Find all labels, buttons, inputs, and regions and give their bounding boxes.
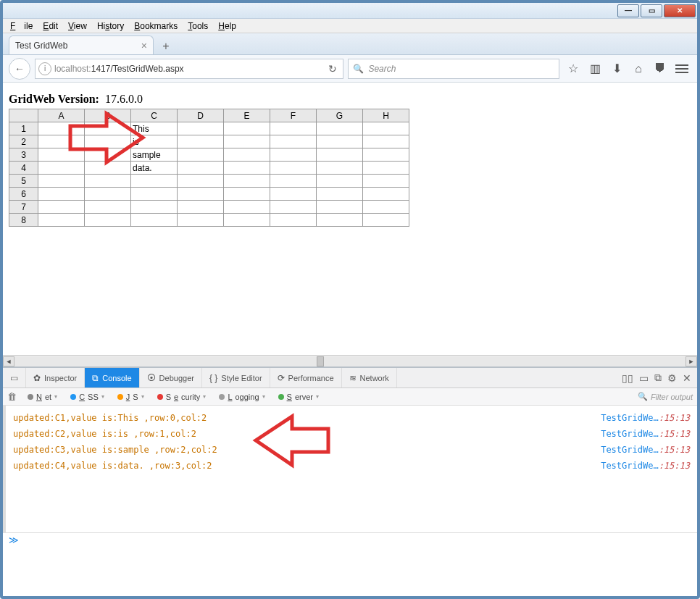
new-tab-button[interactable]: +: [157, 38, 175, 54]
cell-H2[interactable]: [363, 135, 409, 148]
row-header-6[interactable]: 6: [9, 188, 38, 201]
cell-A4[interactable]: [38, 162, 85, 175]
devtools-popout-icon[interactable]: ⧉: [654, 372, 662, 384]
filter-js[interactable]: JS▾: [112, 390, 149, 403]
cell-E8[interactable]: [224, 214, 270, 227]
cell-A2[interactable]: [38, 135, 85, 148]
col-header-F[interactable]: F: [270, 109, 317, 122]
back-button[interactable]: ←: [9, 58, 30, 80]
search-bar[interactable]: 🔍 Search: [348, 59, 559, 79]
cell-C1[interactable]: This: [131, 122, 178, 135]
cell-D7[interactable]: [178, 201, 224, 214]
menu-history[interactable]: History: [93, 20, 128, 33]
devtools-settings-icon[interactable]: ⚙: [667, 372, 677, 384]
cell-D5[interactable]: [178, 175, 224, 188]
cell-F2[interactable]: [270, 135, 317, 148]
col-header-G[interactable]: G: [317, 109, 363, 122]
col-header-H[interactable]: H: [363, 109, 409, 122]
col-header-A[interactable]: A: [38, 109, 85, 122]
downloads-icon[interactable]: ⬇: [610, 62, 623, 75]
col-header-B[interactable]: B: [85, 109, 131, 122]
row-header-1[interactable]: 1: [9, 122, 38, 135]
cell-A3[interactable]: [38, 148, 85, 162]
cell-B3[interactable]: [85, 148, 131, 162]
cell-F4[interactable]: [270, 162, 317, 175]
cell-D2[interactable]: [178, 135, 224, 148]
tab-network[interactable]: ≋Network: [342, 368, 397, 388]
col-header-D[interactable]: D: [178, 109, 224, 122]
cell-G6[interactable]: [317, 188, 363, 201]
menu-tools[interactable]: Tools: [183, 20, 212, 33]
cell-H5[interactable]: [363, 175, 409, 188]
cell-E1[interactable]: [224, 122, 270, 135]
cell-H4[interactable]: [363, 162, 409, 175]
window-maximize-button[interactable]: ▭: [641, 4, 662, 17]
log-source[interactable]: TestGridWe…:15:13: [601, 413, 690, 423]
cell-G7[interactable]: [317, 201, 363, 214]
cell-F3[interactable]: [270, 148, 317, 162]
filter-css[interactable]: CSS▾: [65, 390, 109, 403]
cell-G2[interactable]: [317, 135, 363, 148]
log-source[interactable]: TestGridWe…:15:13: [601, 445, 690, 455]
scroll-thumb[interactable]: [317, 356, 324, 366]
menu-bookmarks[interactable]: Bookmarks: [130, 20, 182, 33]
cell-H1[interactable]: [363, 122, 409, 135]
cell-E4[interactable]: [224, 162, 270, 175]
cell-B5[interactable]: [85, 175, 131, 188]
filter-output-input[interactable]: 🔍Filter output: [638, 392, 693, 401]
cell-D4[interactable]: [178, 162, 224, 175]
row-header-2[interactable]: 2: [9, 135, 38, 148]
filter-server[interactable]: Server▾: [273, 390, 324, 403]
cell-D6[interactable]: [178, 188, 224, 201]
tab-debugger[interactable]: ⦿Debugger: [140, 368, 202, 388]
cell-C7[interactable]: [131, 201, 178, 214]
cell-A6[interactable]: [38, 188, 85, 201]
clear-console-icon[interactable]: 🗑: [7, 391, 17, 402]
home-icon[interactable]: ⌂: [632, 62, 645, 75]
menu-help[interactable]: Help: [214, 20, 241, 33]
bookmark-star-icon[interactable]: ☆: [567, 62, 580, 75]
cell-A8[interactable]: [38, 214, 85, 227]
cell-C4[interactable]: data.: [131, 162, 178, 175]
cell-F1[interactable]: [270, 122, 317, 135]
cell-F5[interactable]: [270, 175, 317, 188]
devtools-close-icon[interactable]: ✕: [683, 372, 691, 384]
cell-C6[interactable]: [131, 188, 178, 201]
cell-C2[interactable]: is: [131, 135, 178, 148]
cell-G3[interactable]: [317, 148, 363, 162]
cell-G5[interactable]: [317, 175, 363, 188]
scroll-right-icon[interactable]: ►: [686, 356, 697, 366]
window-minimize-button[interactable]: —: [617, 4, 639, 17]
log-source[interactable]: TestGridWe…:15:13: [601, 429, 690, 439]
cell-D3[interactable]: [178, 148, 224, 162]
tab-inspector[interactable]: ✿Inspector: [26, 368, 85, 388]
cell-H8[interactable]: [363, 214, 409, 227]
spreadsheet-grid[interactable]: ABCDEFGH1This2is3sample4data.5678: [9, 109, 409, 227]
cell-E6[interactable]: [224, 188, 270, 201]
tab-style-editor[interactable]: { }Style Editor: [202, 368, 270, 388]
cell-G8[interactable]: [317, 214, 363, 227]
cell-A7[interactable]: [38, 201, 85, 214]
cell-H7[interactable]: [363, 201, 409, 214]
row-header-5[interactable]: 5: [9, 175, 38, 188]
cell-D1[interactable]: [178, 122, 224, 135]
scroll-left-icon[interactable]: ◄: [3, 356, 14, 366]
cell-B6[interactable]: [85, 188, 131, 201]
cell-F8[interactable]: [270, 214, 317, 227]
cell-C5[interactable]: [131, 175, 178, 188]
cell-B7[interactable]: [85, 201, 131, 214]
horizontal-scrollbar[interactable]: ◄ ►: [3, 355, 697, 366]
menu-file[interactable]: File: [6, 20, 37, 33]
row-header-7[interactable]: 7: [9, 201, 38, 214]
cell-B1[interactable]: [85, 122, 131, 135]
cell-H3[interactable]: [363, 148, 409, 162]
row-header-3[interactable]: 3: [9, 148, 38, 162]
devtools-toggle-icon[interactable]: ▭: [3, 368, 26, 388]
cell-B2[interactable]: [85, 135, 131, 148]
menu-hamburger-icon[interactable]: [675, 64, 688, 73]
library-icon[interactable]: ▥: [588, 62, 601, 75]
cell-D8[interactable]: [178, 214, 224, 227]
cell-E5[interactable]: [224, 175, 270, 188]
tab-console[interactable]: ⧉Console: [85, 368, 139, 388]
cell-E7[interactable]: [224, 201, 270, 214]
